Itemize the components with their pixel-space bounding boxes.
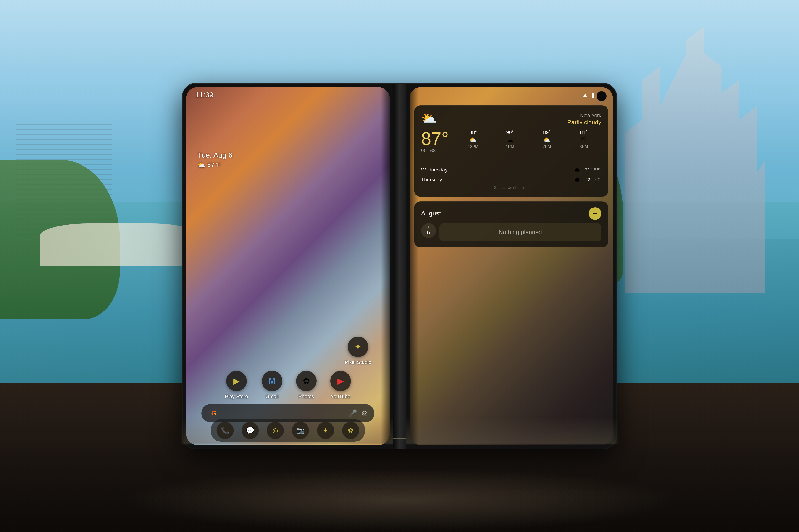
phone-left-panel: 11:39 Tue, Aug 6 ⛅ 87°F ✦ Pixel Studio — [183, 84, 393, 449]
youtube-label: YouTube — [330, 394, 350, 400]
dock-messages[interactable]: 💬 — [241, 422, 259, 439]
calendar-month: August — [421, 210, 441, 217]
daily-wednesday: Wednesday 🌧 71° 66° — [421, 167, 601, 173]
weather-icon: ⛅ — [198, 161, 205, 169]
hourly-1pm: 90° ☁ 1PM — [492, 130, 528, 149]
weather-divider — [421, 163, 601, 163]
screen-right: ▲ ▮ ⛅ New York Partly cloudy — [410, 87, 613, 445]
time-display: 11:39 — [195, 91, 214, 99]
bg-boats — [40, 224, 200, 266]
pixel-studio-icon: ✦ — [348, 337, 368, 357]
hourly-3pm: 81° ⛈ 3PM — [566, 130, 601, 149]
hourly-2pm: 89° ⛅ 2PM — [529, 130, 565, 149]
dock-camera[interactable]: 📷 — [292, 422, 309, 439]
dock-contacts[interactable]: ◎ — [267, 422, 284, 439]
battery-icon: ▮ — [592, 92, 595, 98]
pixel-studio-app[interactable]: ✦ Pixel Studio — [345, 337, 371, 365]
status-bar-left: 11:39 — [186, 87, 390, 103]
dock-wind[interactable]: ✦ — [317, 422, 334, 439]
nothing-planned-text: Nothing planned — [499, 229, 542, 236]
gmail-icon: M — [262, 371, 283, 391]
calendar-day-badge: T 6 — [421, 223, 436, 238]
dock-studio[interactable]: ✿ — [342, 422, 359, 439]
app-icons-row: ▶ Play Store M Gmail ✿ Photos — [186, 371, 390, 400]
microphone-icon[interactable]: 🎤 — [349, 409, 357, 417]
weather-temp: 87°F — [207, 161, 221, 169]
weather-main-icon: ⛅ — [421, 111, 437, 126]
status-bar-right: ▲ ▮ — [410, 87, 613, 103]
weather-daily: Wednesday 🌧 71° 66° Thursday 🌧 — [421, 167, 601, 183]
weather-source: Source: weather.com — [421, 186, 601, 190]
calendar-add-button[interactable]: + — [589, 207, 601, 220]
hourly-12pm: 88° ⛅ 12PM — [455, 130, 491, 149]
pixel-studio-label: Pixel Studio — [345, 359, 371, 365]
daily-thursday: Thursday 🌧 72° 70° — [421, 176, 601, 183]
play-store-icon: ▶ — [226, 371, 247, 391]
calendar-day-num: 6 — [427, 229, 430, 236]
weather-location-block: New York Partly cloudy — [567, 112, 601, 126]
google-logo: G — [208, 407, 220, 419]
phone-device: 11:39 Tue, Aug 6 ⛅ 87°F ✦ Pixel Studio — [183, 84, 616, 449]
front-camera — [597, 92, 606, 101]
phone-right-panel: ▲ ▮ ⛅ New York Partly cloudy — [406, 84, 617, 449]
play-store-label: Play Store — [225, 394, 248, 400]
weather-widget[interactable]: ⛅ New York Partly cloudy 87° 90° 68° — [414, 106, 609, 197]
calendar-event-area: Nothing planned — [439, 223, 601, 242]
left-date-weather: Tue, Aug 6 ⛅ 87°F — [198, 151, 233, 169]
calendar-day-letter: T — [428, 225, 430, 229]
weather-condition: Partly cloudy — [567, 119, 601, 126]
date-display: Tue, Aug 6 — [198, 151, 233, 159]
bg-desk-reflection — [120, 468, 679, 532]
phone-hinge — [393, 84, 406, 449]
gmail-label: Gmail — [266, 394, 278, 400]
screen-left: 11:39 Tue, Aug 6 ⛅ 87°F ✦ Pixel Studio — [186, 87, 390, 445]
dock-phone[interactable]: 📞 — [216, 422, 234, 439]
hinge-bottom-indicator — [393, 438, 406, 439]
calendar-header: August + — [421, 207, 601, 220]
weather-top-row: ⛅ New York Partly cloudy — [421, 112, 601, 126]
weather-main-row: 87° 90° 68° 88° ⛅ 12PM 90° ☁ — [421, 130, 601, 158]
photos-label: Photos — [298, 394, 314, 400]
app-gmail[interactable]: M Gmail — [262, 371, 283, 400]
weather-hourly: 88° ⛅ 12PM 90° ☁ 1PM 89° ⛅ — [455, 130, 601, 149]
app-photos[interactable]: ✿ Photos — [296, 371, 316, 400]
search-action-icons: 🎤 ◎ — [349, 409, 367, 417]
weather-location: New York — [567, 112, 601, 119]
calendar-content: T 6 Nothing planned — [421, 223, 601, 242]
youtube-icon: ▶ — [330, 371, 351, 391]
photos-icon: ✿ — [296, 371, 316, 391]
lens-icon[interactable]: ◎ — [362, 409, 367, 417]
dock: 📞 💬 ◎ 📷 ✦ ✿ — [211, 419, 365, 442]
calendar-widget[interactable]: August + T 6 Nothing planned — [414, 201, 609, 247]
wifi-icon: ▲ — [582, 92, 588, 98]
right-widgets: ⛅ New York Partly cloudy 87° 90° 68° — [414, 106, 609, 247]
app-youtube[interactable]: ▶ YouTube — [330, 371, 351, 400]
app-play-store[interactable]: ▶ Play Store — [225, 371, 248, 400]
weather-display: ⛅ 87°F — [198, 161, 233, 169]
weather-temp-big: 87° — [421, 130, 449, 148]
